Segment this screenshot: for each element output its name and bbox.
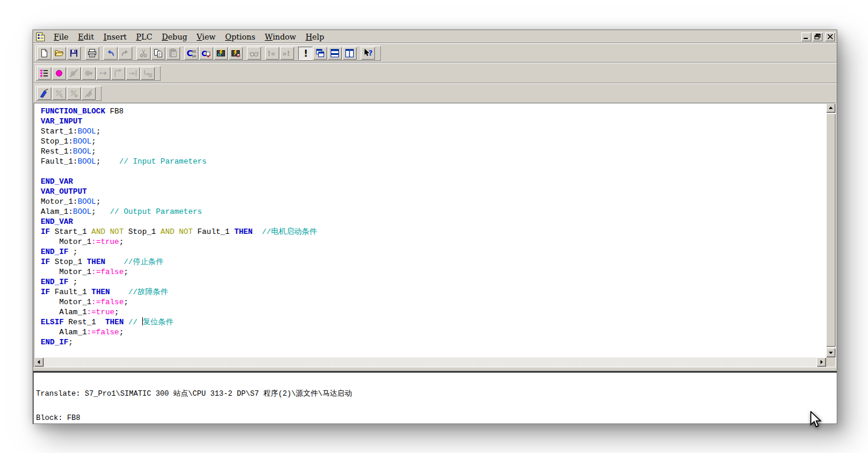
code-line: Motor_1:=false; <box>41 297 826 307</box>
code-segment: ; <box>92 207 96 216</box>
new-file-button[interactable] <box>37 47 51 60</box>
vertical-scrollbar[interactable] <box>826 103 836 357</box>
code-segment: END_IF <box>41 338 68 347</box>
compile-check-button[interactable]: C <box>199 47 213 60</box>
single-step-icon <box>99 69 108 78</box>
code-segment: THEN <box>92 288 110 296</box>
cascade-windows-button[interactable] <box>313 47 327 60</box>
code-segment: IF <box>41 258 50 266</box>
code-segment: VAR_INPUT <box>41 117 82 126</box>
code-segment: 复位条件 <box>143 318 174 327</box>
show-errors-button[interactable]: ! <box>298 47 312 60</box>
toolbar-group <box>37 47 81 60</box>
code-line: END_VAR <box>41 177 826 187</box>
horizontal-scroll-track[interactable] <box>44 357 817 367</box>
code-segment: THEN <box>234 227 253 236</box>
scroll-left-button[interactable] <box>34 357 44 367</box>
minimize-button[interactable] <box>801 32 811 41</box>
monitor-aux1-button[interactable] <box>52 87 66 100</box>
previous-error-button[interactable]: !« <box>265 47 279 60</box>
code-area[interactable]: FUNCTION_BLOCK FB8VAR_INPUTStart_1:BOOL;… <box>34 103 826 357</box>
context-help-button[interactable]: ? <box>361 47 375 60</box>
step-over-icon <box>113 69 123 78</box>
toolbar-group <box>247 47 262 60</box>
next-error-button[interactable]: »! <box>280 47 294 60</box>
menu-item-options[interactable]: Options <box>220 32 260 42</box>
code-segment: BOOL <box>77 157 96 166</box>
save-button[interactable] <box>67 47 81 60</box>
undo-button[interactable] <box>103 47 118 60</box>
download-check-icon <box>231 48 240 58</box>
cut-icon <box>139 48 148 58</box>
svg-text:01: 01 <box>192 50 196 53</box>
restore-button[interactable] <box>812 32 823 41</box>
open-file-button[interactable] <box>52 47 66 60</box>
horizontal-scrollbar[interactable] <box>34 357 826 367</box>
breakpoint-list-button[interactable] <box>37 67 51 80</box>
menu-item-plc[interactable]: PLC <box>132 32 157 42</box>
code-segment: BOOL <box>77 127 96 136</box>
download-check-button[interactable] <box>229 47 243 60</box>
step-over-button[interactable] <box>111 67 125 80</box>
toolbar-group <box>136 47 181 60</box>
menu-item-window[interactable]: Window <box>260 32 301 42</box>
new-file-icon <box>40 48 49 58</box>
download-button[interactable] <box>214 47 228 60</box>
code-line: Alam_1:=true; <box>41 307 826 317</box>
toolbar-group <box>37 67 155 80</box>
copy-button[interactable] <box>151 47 165 60</box>
code-segment: Start_1 <box>50 227 92 236</box>
arrow-right-icon <box>818 359 824 365</box>
cut-button[interactable] <box>136 47 151 60</box>
monitor-aux3-button[interactable] <box>81 87 96 100</box>
code-segment: :=false <box>92 298 124 307</box>
delete-breakpoint-button[interactable] <box>67 67 81 80</box>
monitor-aux2-button[interactable] <box>67 87 81 100</box>
scroll-down-button[interactable] <box>826 348 836 357</box>
code-segment: Alam_1: <box>41 207 73 216</box>
pane-splitter[interactable] <box>33 367 837 373</box>
code-segment: // Output Parameters <box>96 207 202 216</box>
monitor-on-button[interactable] <box>37 87 51 100</box>
code-segment: Motor_1 <box>41 237 92 246</box>
run-to-cursor-button[interactable] <box>126 67 140 80</box>
arrow-left-icon <box>36 359 42 365</box>
menu-bar: FileEditInsertPLCDebugViewOptionsWindowH… <box>33 30 837 43</box>
menu-item-debug[interactable]: Debug <box>157 32 192 42</box>
set-breakpoint-button[interactable] <box>52 67 66 80</box>
close-icon <box>827 34 834 40</box>
insert-symbol-button[interactable]: C0110 <box>184 47 198 60</box>
code-segment: ; <box>96 197 101 206</box>
code-segment: Motor_1 <box>41 298 92 307</box>
code-line: Rest_1:BOOL; <box>41 146 826 157</box>
menu-item-insert[interactable]: Insert <box>99 32 131 42</box>
cancel-call-button[interactable] <box>141 67 155 80</box>
single-step-button[interactable] <box>96 67 110 80</box>
paste-button[interactable] <box>166 47 180 60</box>
continue-button[interactable] <box>81 67 96 80</box>
menu-item-file[interactable]: File <box>49 32 73 42</box>
tile-vertical-button[interactable] <box>342 47 357 60</box>
undo-icon <box>106 48 115 58</box>
show-errors-icon: ! <box>301 48 310 58</box>
code-segment: :=true <box>87 308 115 317</box>
vertical-scroll-thumb[interactable] <box>826 113 836 347</box>
scroll-right-button[interactable] <box>817 357 826 367</box>
monitor-on-icon <box>40 89 49 98</box>
code-segment: AND NOT <box>92 227 124 236</box>
menu-item-help[interactable]: Help <box>301 32 329 42</box>
tile-horizontal-button[interactable] <box>328 47 342 60</box>
close-button[interactable] <box>825 32 835 41</box>
menu-item-edit[interactable]: Edit <box>73 32 99 42</box>
print-button[interactable] <box>85 47 99 60</box>
svg-text:!: ! <box>304 48 308 58</box>
code-segment: Fault_1 <box>192 227 234 236</box>
monitor-glasses-button[interactable] <box>247 47 261 60</box>
scroll-up-button[interactable] <box>826 103 836 113</box>
menu-item-view[interactable]: View <box>192 32 220 42</box>
code-segment: ; <box>68 338 73 347</box>
arrow-up-icon <box>828 105 834 111</box>
code-line: END_IF ; <box>41 247 826 257</box>
svg-text:!«: !« <box>267 50 275 58</box>
redo-button[interactable] <box>118 47 132 60</box>
